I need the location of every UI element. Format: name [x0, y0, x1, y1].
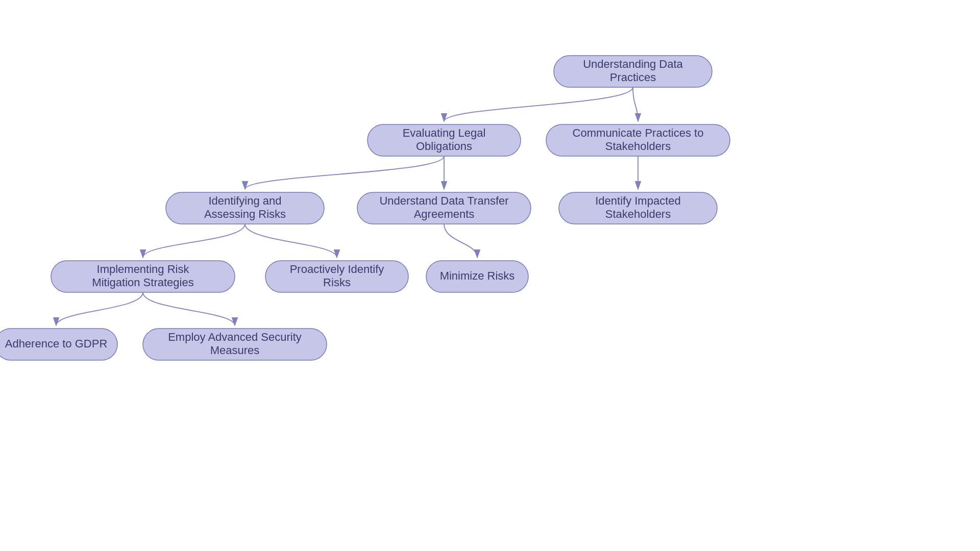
node-irms: Implementing RiskMitigation Strategies: [51, 261, 235, 292]
node-label-elo: Obligations: [416, 140, 472, 153]
node-label-udp: Understanding Data: [583, 58, 683, 70]
node-iar: Identifying andAssessing Risks: [166, 192, 324, 224]
node-label-cps: Communicate Practices to: [573, 127, 704, 139]
node-label-cps: Stakeholders: [605, 140, 671, 153]
node-label-iis: Identify Impacted: [595, 194, 681, 207]
node-mr: Minimize Risks: [426, 261, 528, 292]
edge-elo-iar: [245, 156, 444, 189]
node-pir: Proactively IdentifyRisks: [265, 261, 408, 292]
node-label-udta: Agreements: [414, 208, 475, 220]
node-label-easm: Measures: [210, 344, 260, 357]
node-label-udta: Understand Data Transfer: [379, 194, 508, 207]
node-label-mr: Minimize Risks: [440, 269, 515, 282]
node-label-iis: Stakeholders: [605, 208, 671, 220]
node-udp: Understanding DataPractices: [554, 56, 712, 87]
edge-udp-elo: [444, 87, 633, 121]
node-label-pir: Proactively Identify: [290, 263, 384, 276]
node-label-iar: Assessing Risks: [204, 208, 286, 220]
node-label-easm: Employ Advanced Security: [168, 331, 302, 343]
node-iis: Identify ImpactedStakeholders: [559, 192, 717, 224]
node-label-irms: Mitigation Strategies: [92, 276, 193, 289]
node-label-irms: Implementing Risk: [97, 263, 190, 276]
node-cps: Communicate Practices toStakeholders: [546, 124, 730, 156]
node-easm: Employ Advanced SecurityMeasures: [143, 329, 327, 360]
node-agdpr: Adherence to GDPR: [0, 329, 117, 360]
node-elo: Evaluating LegalObligations: [368, 124, 521, 156]
node-label-pir: Risks: [323, 276, 351, 289]
node-label-iar: Identifying and: [208, 194, 281, 207]
edge-udp-cps: [633, 87, 638, 121]
edge-iar-irms: [143, 224, 245, 258]
diagram: Understanding DataPracticesEvaluating Le…: [0, 0, 980, 551]
edge-irms-easm: [143, 292, 235, 325]
node-label-agdpr: Adherence to GDPR: [5, 337, 108, 350]
node-udta: Understand Data TransferAgreements: [357, 192, 531, 224]
node-label-udp: Practices: [610, 71, 656, 84]
edge-udta-mr: [444, 224, 477, 258]
edge-iar-pir: [245, 224, 337, 258]
edge-irms-agdpr: [56, 292, 143, 325]
node-label-elo: Evaluating Legal: [403, 127, 486, 139]
